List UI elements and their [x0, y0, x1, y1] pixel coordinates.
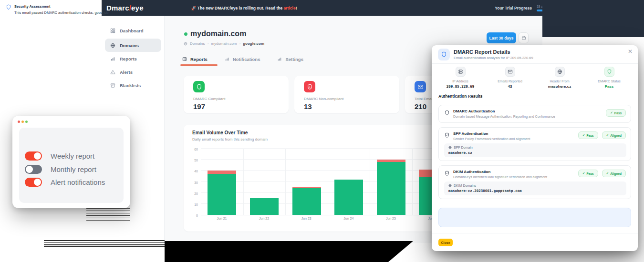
- toggle-panel: Weekly report Monthly report Alert notif…: [19, 128, 124, 203]
- sidebar-item-alerts[interactable]: Alerts: [105, 65, 161, 79]
- aligned-badge: Aligned: [602, 170, 626, 177]
- stat-value: 13: [304, 102, 390, 111]
- auth-card-dkim: DKIM Authentication DomainKeys Identifie…: [438, 165, 631, 199]
- shield-icon: [6, 4, 11, 10]
- auth-desc: Sender Policy Framework verification and…: [453, 137, 530, 141]
- modal-stats-row: IP Address 209.85.220.69 Emails Reported…: [436, 67, 634, 90]
- inner-label: SPF Domain: [448, 146, 622, 149]
- window-maximize-dot[interactable]: [25, 121, 28, 123]
- stacked-pages-artifact: [86, 208, 130, 221]
- assessment-title: Security Assessment: [14, 4, 51, 9]
- bar-segment-compliant: [334, 180, 363, 215]
- calendar-button[interactable]: [519, 32, 529, 43]
- chart-bar[interactable]: [250, 198, 279, 215]
- tab-label: Notifications: [233, 57, 260, 62]
- assessment-text: This email passed DMARC authentication c…: [14, 10, 109, 15]
- auth-desc: Domain-based Message Authentication, Rep…: [453, 115, 555, 118]
- close-icon[interactable]: ✕: [627, 48, 634, 55]
- tab-notifications[interactable]: Notifications: [223, 53, 262, 65]
- toggle-label: Monthly report: [51, 165, 96, 173]
- y-tick-label: 50: [194, 159, 198, 162]
- y-tick-label: 30: [194, 181, 198, 184]
- inner-label: DKIM Domains: [448, 184, 622, 187]
- sidebar-item-dashboard[interactable]: Dashboard: [105, 24, 161, 37]
- auth-title: DMARC Authentication: [453, 109, 495, 113]
- server-icon: [456, 67, 466, 77]
- modal-stat-label: Header From: [550, 80, 569, 83]
- modal-stat-ip: IP Address 209.85.220.69: [436, 67, 485, 90]
- announcement-article-link[interactable]: article: [284, 6, 296, 10]
- sidebar-item-reports[interactable]: Reports: [105, 52, 161, 65]
- y-tick-label: 40: [194, 170, 198, 173]
- domain-status-dot: [184, 32, 187, 36]
- auth-card-dmarc: DMARC Authentication Domain-based Messag…: [438, 105, 631, 123]
- x-tick-label: Jun 23: [285, 217, 327, 220]
- bar-chart-icon: [225, 57, 229, 61]
- check-icon: [582, 133, 585, 137]
- window-close-dot[interactable]: [18, 121, 20, 123]
- globe-icon: [110, 43, 115, 48]
- bar-segment-noncompliant: [208, 171, 236, 174]
- dkim-domains-box: DKIM Domains masohere-cz.20230601.gappss…: [444, 181, 626, 195]
- breadcrumb-separator: [208, 41, 209, 46]
- check-icon: [606, 133, 609, 137]
- trial-progress-label: Your Trial Progress: [495, 6, 532, 10]
- shield-check-icon: [444, 132, 450, 138]
- chart-yaxis: 0102030405060: [187, 149, 198, 215]
- pass-badge: Pass: [578, 170, 598, 177]
- check-icon: [606, 171, 609, 175]
- modal-stat-label: Emails Reported: [498, 80, 522, 83]
- stat-card-compliant: DMARC Compliant 197: [184, 76, 289, 113]
- x-tick-label: Jun 21: [201, 217, 243, 220]
- stat-label: DMARC Compliant: [193, 97, 279, 101]
- modal-stat-value: 209.85.220.69: [447, 84, 475, 89]
- modal-stat-value: 43: [508, 84, 512, 89]
- toggle-knob: [34, 152, 41, 160]
- tab-settings[interactable]: Settings: [275, 53, 305, 65]
- x-tick-label: Jun 22: [243, 217, 285, 220]
- window-minimize-dot[interactable]: [21, 121, 24, 123]
- modal-title: DMARC Report Details: [454, 49, 510, 55]
- weekly-report-toggle[interactable]: [25, 151, 42, 161]
- inner-value: masohere-cz.20230601.gappssmtp.com: [448, 189, 622, 193]
- sidebar-item-blacklists[interactable]: Blacklists: [105, 79, 161, 92]
- sidebar-item-domains[interactable]: Domains: [105, 39, 161, 52]
- modal-stat-value: masohere.cz: [548, 84, 571, 89]
- breadcrumb-domains[interactable]: Domains: [190, 41, 205, 46]
- monthly-report-toggle[interactable]: [25, 165, 42, 174]
- globe-icon: [555, 67, 565, 77]
- auth-desc: DomainKeys Identified Mail signature ver…: [453, 175, 547, 179]
- calendar-icon: [521, 36, 526, 40]
- chart-title: Email Volume Over Time: [192, 130, 248, 135]
- sidebar-item-label: Dashboard: [120, 28, 144, 33]
- columns-icon: [182, 57, 187, 61]
- auth-title: DKIM Authentication: [453, 170, 490, 174]
- stat-card-noncompliant: DMARC Non-compliant 13: [294, 76, 399, 113]
- toggle-knob: [26, 166, 33, 173]
- globe-icon: [448, 184, 452, 187]
- bar-segment-compliant: [208, 174, 236, 215]
- security-assessment-box: [438, 208, 631, 227]
- mail-icon: [415, 81, 426, 92]
- shadow-streaks: [44, 240, 165, 248]
- x-tick-label: Jun 25: [370, 217, 412, 220]
- auth-results-heading: Authentication Results: [438, 94, 483, 99]
- close-button[interactable]: Close: [438, 239, 453, 246]
- tab-label: Reports: [190, 57, 208, 62]
- tab-reports[interactable]: Reports: [180, 53, 209, 65]
- chart-bar[interactable]: [334, 180, 363, 215]
- chart-bar[interactable]: [292, 187, 321, 215]
- modal-footer-divider: [432, 233, 638, 233]
- auth-card-spf: SPF Authentication Sender Policy Framewo…: [438, 127, 631, 161]
- globe-icon: [448, 146, 452, 149]
- check-icon: [610, 111, 613, 115]
- alert-notifications-toggle[interactable]: [25, 178, 42, 187]
- chart-bar[interactable]: [377, 160, 405, 215]
- breadcrumb-mydomain[interactable]: mydomain.com: [211, 41, 237, 46]
- date-range-button[interactable]: Last 30 days: [487, 32, 516, 43]
- sidebar-item-label: Domains: [120, 43, 139, 48]
- toggle-row-alerts: Alert notifications: [25, 177, 105, 187]
- chart-bar[interactable]: [208, 171, 236, 215]
- y-tick-label: 0: [196, 214, 198, 217]
- shield-alert-icon: [304, 81, 315, 92]
